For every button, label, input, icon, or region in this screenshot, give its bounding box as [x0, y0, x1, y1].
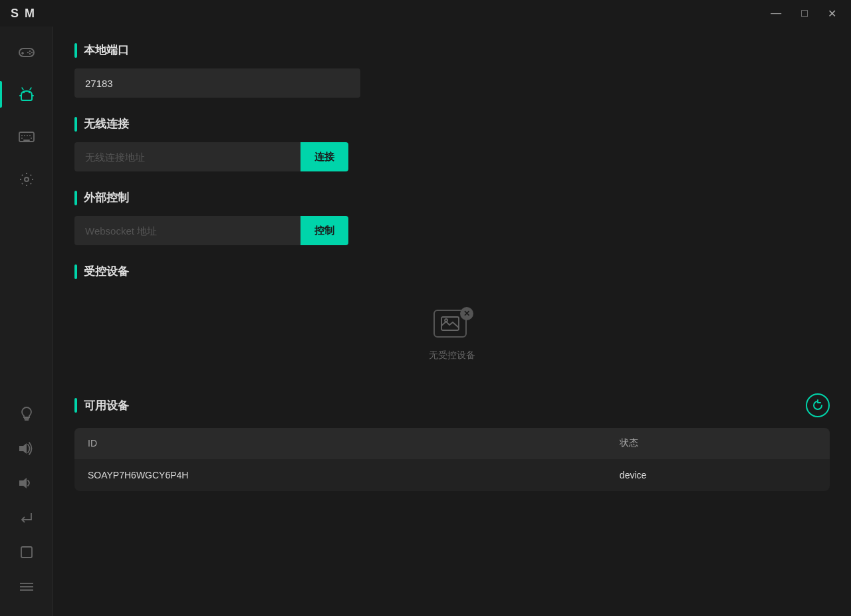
logo-text: S M [11, 7, 36, 21]
main-content: 本地端口 无线连接 连接 外部控制 控制 受控设备 [53, 27, 851, 616]
table-header-row: ID 状态 [74, 428, 830, 459]
table-row[interactable]: SOAYP7H6WGCY6P4H device [74, 459, 830, 492]
section-title-bar [74, 43, 77, 58]
available-devices-header: 可用设备 [74, 393, 830, 417]
volume-low-icon [18, 476, 35, 490]
local-port-input[interactable] [74, 68, 360, 98]
maximize-button[interactable]: □ [797, 6, 812, 21]
controlled-devices-section: 受控设备 ✕ 无受控设备 [74, 264, 830, 375]
refresh-icon [812, 399, 824, 411]
svg-point-6 [27, 52, 28, 53]
external-control-input-row: 控制 [74, 216, 830, 245]
sidebar-item-volume-high[interactable] [18, 433, 35, 464]
enter-icon [18, 510, 35, 525]
device-table: ID 状态 SOAYP7H6WGCY6P4H device [74, 428, 830, 491]
section-title-bar-4 [74, 264, 77, 279]
local-port-section: 本地端口 [74, 43, 830, 98]
sidebar-item-gamepad[interactable] [0, 33, 53, 70]
websocket-address-input[interactable] [74, 216, 301, 245]
section-title-bar-5 [74, 398, 77, 413]
wireless-address-input[interactable] [74, 142, 301, 171]
square-icon [20, 546, 33, 559]
titlebar: S M — □ ✕ [0, 0, 851, 27]
bulb-icon [19, 405, 34, 423]
no-device-text: 无受控设备 [429, 350, 475, 361]
external-control-title: 外部控制 [74, 190, 830, 205]
available-devices-label: 可用设备 [84, 398, 129, 413]
sidebar-item-square[interactable] [18, 536, 35, 568]
svg-line-9 [22, 88, 23, 90]
gamepad-icon [18, 45, 35, 59]
svg-rect-2 [21, 52, 24, 54]
sidebar-item-bulb[interactable] [18, 398, 35, 430]
section-title-bar-3 [74, 191, 77, 205]
wireless-section: 无线连接 连接 [74, 116, 830, 171]
col-status-header: 状态 [606, 428, 830, 459]
available-devices-section: 可用设备 ID 状态 SOAYP7H6WGCY6P4H device [74, 393, 830, 491]
minimize-button[interactable]: — [767, 6, 785, 21]
android-icon [19, 86, 35, 103]
sidebar-item-volume-low[interactable] [18, 467, 35, 499]
wireless-input-row: 连接 [74, 142, 830, 171]
sidebar-item-list[interactable] [18, 571, 35, 603]
window-controls: — □ ✕ [767, 6, 840, 21]
local-port-label: 本地端口 [84, 43, 129, 58]
volume-high-icon [18, 441, 35, 456]
error-badge: ✕ [460, 307, 473, 320]
wireless-title: 无线连接 [74, 116, 830, 132]
svg-line-10 [30, 88, 31, 90]
available-devices-title: 可用设备 [74, 398, 129, 413]
wireless-label: 无线连接 [84, 116, 129, 132]
external-control-section: 外部控制 控制 [74, 190, 830, 245]
section-title-bar-2 [74, 117, 77, 132]
sidebar-item-enter[interactable] [18, 502, 35, 534]
app-logo: S M [11, 7, 36, 21]
list-icon [19, 580, 35, 593]
sidebar-nav [0, 33, 53, 398]
external-control-label: 外部控制 [84, 190, 129, 205]
svg-point-3 [29, 51, 30, 52]
svg-point-21 [25, 177, 29, 181]
close-button[interactable]: ✕ [824, 6, 840, 21]
no-device-icon: ✕ [433, 310, 471, 342]
svg-marker-25 [19, 478, 27, 488]
svg-point-5 [29, 53, 30, 54]
sidebar-item-android[interactable] [0, 76, 53, 113]
gear-icon [19, 171, 35, 187]
controlled-devices-title: 受控设备 [74, 264, 830, 279]
controlled-devices-label: 受控设备 [84, 264, 129, 279]
svg-rect-26 [21, 547, 32, 558]
wireless-connect-button[interactable]: 连接 [301, 142, 348, 171]
sidebar-item-settings[interactable] [0, 161, 53, 198]
device-status-cell: device [606, 459, 830, 492]
sidebar [0, 0, 53, 616]
no-device-placeholder: ✕ 无受控设备 [74, 290, 830, 375]
svg-marker-24 [19, 443, 27, 454]
svg-point-4 [31, 52, 32, 53]
svg-point-31 [445, 319, 447, 322]
device-id-cell: SOAYP7H6WGCY6P4H [74, 459, 606, 492]
col-id-header: ID [74, 428, 606, 459]
sidebar-item-keyboard[interactable] [0, 118, 53, 155]
sidebar-bottom [18, 398, 35, 616]
keyboard-icon [18, 131, 35, 143]
refresh-devices-button[interactable] [806, 393, 830, 417]
external-control-button[interactable]: 控制 [301, 216, 348, 245]
local-port-title: 本地端口 [74, 43, 830, 58]
